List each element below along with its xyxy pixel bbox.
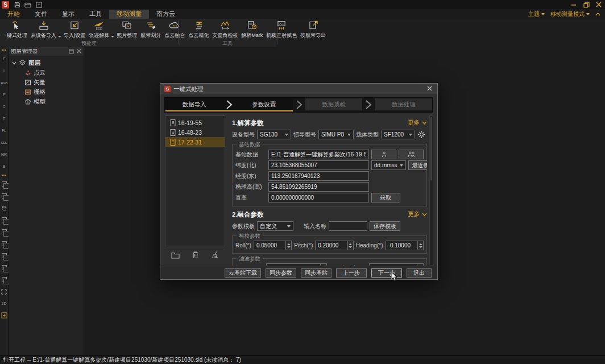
- add-view-icon[interactable]: [0, 309, 9, 321]
- add-folder-icon[interactable]: [171, 251, 180, 259]
- minimize-button[interactable]: [567, 1, 580, 9]
- clear-icon[interactable]: [211, 251, 219, 259]
- close-panel-icon[interactable]: [77, 49, 81, 53]
- ribbon-ortho-colorize[interactable]: 机载正射赋色: [264, 19, 299, 40]
- edl-render-icon[interactable]: EDL: [0, 136, 9, 148]
- dialog-close-icon[interactable]: [425, 86, 433, 92]
- view-bottom-icon[interactable]: [0, 274, 9, 286]
- prev-step-button[interactable]: 上一步: [336, 268, 367, 278]
- view-front-icon[interactable]: [0, 214, 9, 226]
- heading-stepper[interactable]: [386, 241, 424, 250]
- ellipsoid-height-input[interactable]: [268, 182, 369, 192]
- longitude-input[interactable]: [268, 171, 369, 181]
- multi-base-button[interactable]: [399, 150, 424, 159]
- elevation-render-icon[interactable]: E: [0, 53, 9, 65]
- gear-icon[interactable]: [417, 130, 426, 139]
- ribbon-photo-organize[interactable]: 照片整理: [115, 19, 139, 40]
- single-base-button[interactable]: [371, 150, 396, 159]
- pan-hand-icon[interactable]: [0, 202, 9, 214]
- fusion-more-toggle[interactable]: 更多: [408, 210, 427, 218]
- expander-icon[interactable]: [12, 61, 16, 65]
- tree-item-model[interactable]: 模型: [12, 97, 84, 106]
- recent-used-button[interactable]: 最近使用: [408, 160, 427, 170]
- direct-height-input[interactable]: [268, 193, 369, 202]
- carrier-type-select[interactable]: SF1200: [381, 130, 415, 139]
- fullscreen-icon[interactable]: [0, 286, 9, 297]
- ribbon-export-by-strip[interactable]: 按航带导出: [299, 19, 328, 40]
- view-left-icon[interactable]: [0, 238, 9, 250]
- template-name-input[interactable]: [329, 221, 367, 231]
- float-panel-icon[interactable]: [69, 49, 74, 54]
- restore-button[interactable]: [580, 1, 592, 9]
- open-icon[interactable]: [23, 1, 32, 9]
- view-back-icon[interactable]: [0, 226, 9, 238]
- menu-display[interactable]: 显示: [55, 10, 82, 19]
- solve-more-toggle[interactable]: 更多: [408, 119, 427, 127]
- blend-render-icon[interactable]: B: [0, 160, 9, 172]
- menu-south-cloud[interactable]: 南方云: [149, 10, 183, 19]
- step-data-process[interactable]: 数据处理: [375, 98, 432, 111]
- fl-render-icon[interactable]: FL: [0, 125, 9, 136]
- mode-dropdown[interactable]: 移动测量模式: [550, 10, 590, 18]
- ribbon-import-from-device[interactable]: 从设备导入: [29, 19, 58, 40]
- view-top-icon[interactable]: [0, 262, 9, 274]
- step-data-import[interactable]: 数据导入: [165, 98, 223, 111]
- menu-file[interactable]: 文件: [27, 10, 55, 19]
- sync-params-button[interactable]: 同步参数: [266, 268, 296, 278]
- tree-item-raster[interactable]: 栅格: [12, 87, 84, 97]
- class-render-icon[interactable]: C: [0, 101, 9, 113]
- get-button[interactable]: 获取: [371, 193, 400, 202]
- view-2d-icon[interactable]: 2D: [0, 297, 9, 309]
- menu-mobile-survey[interactable]: 移动测量: [109, 10, 149, 19]
- theme-dropdown[interactable]: 主题: [528, 10, 545, 18]
- dialog-scrollbar[interactable]: [429, 115, 433, 266]
- base-data-path-input[interactable]: [268, 150, 369, 159]
- device-model-select[interactable]: SG130: [257, 130, 291, 139]
- ribbon-import-settings[interactable]: 导入|设置: [62, 19, 87, 40]
- sync-base-button[interactable]: 同步基站: [301, 268, 331, 278]
- step-parameter-settings[interactable]: 参数设置: [235, 98, 293, 111]
- stepper-arrows-icon[interactable]: [347, 241, 354, 250]
- ribbon-trajectory-solve[interactable]: 轨迹解算: [87, 19, 111, 40]
- list-item[interactable]: 16-48-23: [165, 127, 225, 137]
- param-template-select[interactable]: 自定义: [257, 221, 293, 231]
- stepper-arrows-icon[interactable]: [285, 241, 292, 250]
- nr-render-icon[interactable]: NR: [0, 148, 9, 160]
- delete-icon[interactable]: [192, 251, 199, 259]
- roll-stepper[interactable]: [254, 241, 292, 250]
- tree-root-layers[interactable]: 图层: [12, 58, 84, 68]
- time-render-icon[interactable]: T: [0, 113, 9, 125]
- tree-item-pointcloud[interactable]: 点云: [12, 68, 84, 77]
- imu-model-select[interactable]: SIMU P8: [318, 130, 354, 139]
- list-item-selected[interactable]: 17-22-31: [165, 137, 225, 147]
- view-cube-icon[interactable]: [0, 178, 9, 190]
- dialog-title-bar[interactable]: S 一键式处理: [160, 84, 437, 94]
- new-project-icon[interactable]: [34, 1, 43, 9]
- tree-item-vector[interactable]: 矢量: [12, 77, 84, 87]
- collapse-ribbon-icon[interactable]: [595, 13, 600, 16]
- stepper-arrows-icon[interactable]: [417, 241, 424, 250]
- menu-start[interactable]: 开始: [0, 10, 27, 19]
- intensity-render-icon[interactable]: I: [0, 65, 9, 77]
- ribbon-pointcloud-refine[interactable]: 点云精化: [187, 19, 210, 40]
- ribbon-pointcloud-fusion[interactable]: 点云融合: [163, 19, 187, 40]
- pitch-stepper[interactable]: [315, 241, 353, 250]
- ribbon-one-click-process[interactable]: 一键式处理: [0, 19, 29, 40]
- drag-handle-icon[interactable]: [0, 172, 9, 178]
- menu-tools[interactable]: 工具: [82, 10, 109, 19]
- save-template-button[interactable]: 保存模板: [370, 221, 400, 231]
- view-slice-icon[interactable]: [0, 190, 9, 202]
- ribbon-placement-angle-calib[interactable]: 安置角检校: [210, 19, 239, 40]
- chevron-down-icon[interactable]: [111, 36, 114, 38]
- list-item[interactable]: 16-19-55: [165, 118, 225, 127]
- ribbon-analyze-mark[interactable]: 解析Mark: [239, 19, 264, 40]
- close-button[interactable]: [592, 1, 605, 9]
- step-data-check[interactable]: 数据质检: [305, 98, 363, 111]
- cloud-base-download-button[interactable]: 云基站下载: [225, 268, 261, 278]
- exit-button[interactable]: 退出: [407, 268, 432, 278]
- ribbon-strip-divide[interactable]: 航带划分: [139, 19, 163, 40]
- next-step-button[interactable]: 下一步: [371, 268, 402, 278]
- latitude-input[interactable]: [268, 160, 369, 170]
- feature-render-icon[interactable]: F: [0, 89, 9, 101]
- drag-handle-icon[interactable]: [0, 47, 9, 53]
